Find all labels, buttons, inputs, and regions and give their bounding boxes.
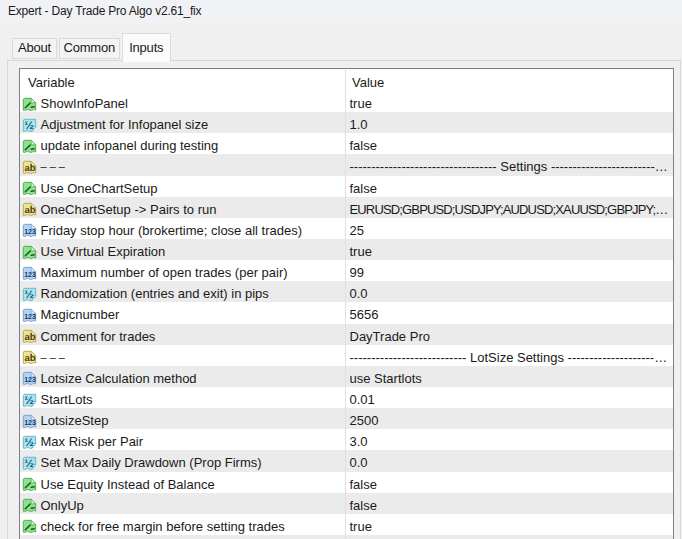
svg-text:ab: ab <box>25 205 36 216</box>
svg-text:ab: ab <box>25 162 36 173</box>
svg-text:½: ½ <box>24 394 34 406</box>
svg-text:½: ½ <box>24 119 34 131</box>
svg-text:½: ½ <box>24 288 34 300</box>
svg-text:123: 123 <box>24 376 36 383</box>
svg-text:½: ½ <box>24 457 34 469</box>
svg-text:123: 123 <box>24 228 36 235</box>
svg-text:½: ½ <box>24 436 34 448</box>
svg-text:ab: ab <box>25 332 36 343</box>
svg-text:123: 123 <box>24 313 36 320</box>
svg-text:123: 123 <box>24 418 36 425</box>
svg-text:ab: ab <box>25 353 36 364</box>
svg-text:123: 123 <box>24 270 36 277</box>
